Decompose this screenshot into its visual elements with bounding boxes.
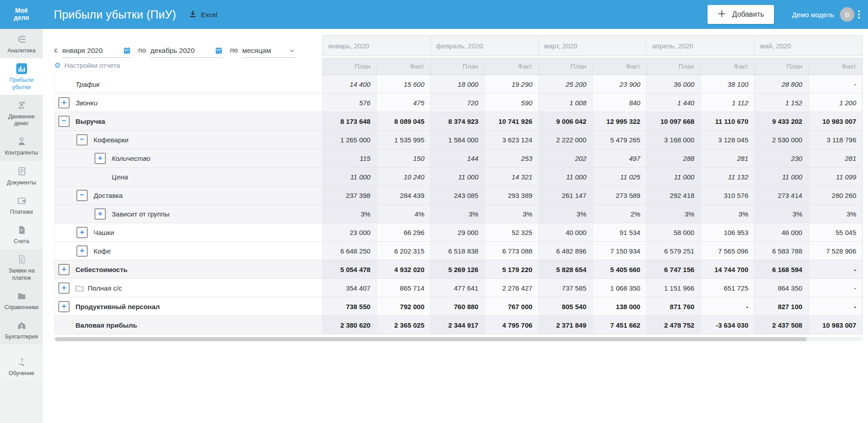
sidebar-item-profit-loss[interactable]: Прибыли убытки (0, 58, 43, 95)
horizontal-scrollbar[interactable] (54, 337, 863, 341)
sidebar-item-label: Обучение (9, 370, 34, 377)
value-cell: 52 325 (484, 223, 538, 241)
analytics-icon (16, 33, 27, 45)
app-logo[interactable]: Моё дело (0, 7, 43, 21)
export-excel-button[interactable]: Excel (189, 9, 217, 19)
sidebar-item-label: Платежи (10, 209, 33, 216)
plan-fact-header-row: ПланФактПланФактПланФактПланФактПланФакт (322, 58, 863, 75)
add-button-label: Добавить (732, 10, 764, 19)
account-menu[interactable]: Демо модель B (792, 7, 854, 22)
value-cell: 2 478 752 (646, 316, 700, 334)
main-content: с января 2020 по декабрь 2020 по месяцам… (43, 29, 868, 423)
value-cell: -3 634 030 (700, 316, 754, 334)
value-cell: 253 (484, 149, 538, 167)
value-cell: 2 222 000 (538, 131, 592, 149)
sidebar-item-analytics[interactable]: Аналитика (0, 29, 43, 58)
sidebar-item-label: Счета (14, 238, 29, 245)
value-cell: 14 744 700 (700, 260, 754, 278)
value-cell: 11 000 (646, 168, 700, 186)
value-cell: 475 (376, 94, 430, 112)
value-cell: 7 565 096 (700, 242, 754, 260)
value-cell: 3 168 000 (646, 131, 700, 149)
value-cell: 261 147 (538, 186, 592, 204)
row-label: Доставка (94, 192, 123, 199)
value-cell: 3% (754, 205, 808, 223)
sidebar-item-documents[interactable]: Документы (0, 161, 43, 190)
fact-header: Факт (376, 58, 430, 75)
expand-toggle[interactable]: + (94, 153, 106, 164)
value-cell: - (808, 75, 862, 93)
value-cell: 46 000 (754, 223, 808, 241)
collapse-toggle[interactable]: − (76, 134, 88, 146)
sidebar-item-invoices[interactable]: Счета (0, 220, 43, 249)
row-label: Себестоимость (75, 266, 127, 273)
value-cell: 38 100 (700, 75, 754, 93)
value-cell: 864 350 (754, 279, 808, 297)
collapse-toggle[interactable]: − (58, 116, 70, 127)
value-cell: 1 152 (754, 94, 808, 112)
value-cell: 767 000 (484, 297, 538, 315)
months-header-row: январь, 2020февраль, 2020март, 2020апрел… (322, 35, 863, 56)
sidebar-item-payment-requests[interactable]: $Заявки на платеж (0, 249, 43, 286)
expand-toggle[interactable]: + (76, 245, 88, 257)
table-body: Трафик14 40015 60018 00019 29025 20023 9… (54, 75, 863, 334)
value-cell: 7 451 662 (592, 316, 646, 334)
value-cell: 1 068 350 (592, 279, 646, 297)
download-icon (189, 9, 197, 19)
svg-text:₽: ₽ (20, 103, 23, 108)
svg-text:$: $ (20, 257, 23, 261)
value-cell: 3 128 045 (700, 131, 754, 149)
value-cell: 3 118 796 (808, 131, 862, 149)
row-label: Валовая прибыль (75, 321, 137, 329)
value-cell: 25 200 (538, 75, 592, 93)
sidebar-item-label: Аналитика (8, 47, 36, 54)
sidebar-item-accounting[interactable]: Бухгалтерия (0, 315, 43, 344)
sidebar-item-directories[interactable]: Справочники (0, 286, 43, 315)
sidebar-item-label: Контрагенты (5, 150, 38, 156)
scrollbar-thumb[interactable] (55, 337, 807, 341)
value-cell: 91 534 (592, 223, 646, 241)
value-cell: 2 437 508 (754, 316, 808, 334)
value-cell: 10 983 007 (808, 316, 862, 334)
value-cell: 230 (754, 149, 808, 167)
sidebar-item-cash-flow[interactable]: ₽Движение денег (0, 95, 43, 132)
value-cell: 2 344 917 (430, 316, 484, 334)
add-button[interactable]: Добавить (708, 5, 774, 24)
fact-header: Факт (700, 58, 754, 75)
expand-toggle[interactable]: + (76, 227, 88, 238)
sidebar-item-label: Справочники (5, 304, 39, 311)
value-cell: 288 (646, 149, 700, 167)
value-cell: 1 151 966 (646, 279, 700, 297)
value-cell: 281 (700, 149, 754, 167)
value-cell: - (808, 279, 862, 297)
table-row: +Количество11515014425320249728828123028… (54, 149, 862, 168)
value-cell: 237 398 (322, 186, 376, 204)
month-header: май, 2020 (754, 36, 862, 56)
table-row: +Чашки23 00066 29629 00052 32540 00091 5… (54, 223, 862, 242)
value-cell: 4 932 020 (376, 260, 430, 278)
value-cell: 840 (592, 94, 646, 112)
value-cell: 2 276 427 (484, 279, 538, 297)
sidebar-item-counterparties[interactable]: Контрагенты (0, 131, 43, 160)
table-row: +Полная с/с354 407865 714477 6412 276 42… (54, 279, 862, 297)
sidebar-item-payments[interactable]: Платежи (0, 190, 43, 220)
sidebar-item-label: Прибыли убытки (1, 77, 42, 91)
avatar[interactable]: B (840, 7, 854, 22)
collapse-toggle[interactable]: − (76, 190, 88, 201)
expand-toggle[interactable]: + (58, 97, 70, 108)
expand-toggle[interactable]: + (58, 264, 70, 275)
sidebar-item-education[interactable]: ?Обучение (0, 352, 43, 381)
value-cell: 6 482 896 (538, 242, 592, 260)
kebab-menu-icon[interactable] (858, 10, 860, 19)
value-cell: 11 099 (808, 168, 862, 186)
expand-toggle[interactable]: + (94, 208, 106, 220)
value-cell: 28 800 (754, 75, 808, 93)
expand-toggle[interactable]: + (58, 282, 70, 294)
value-cell: 720 (430, 94, 484, 112)
value-cell: - (808, 260, 862, 278)
value-cell: 4 795 706 (484, 316, 538, 334)
expand-toggle[interactable]: + (58, 301, 70, 312)
value-cell: 651 725 (700, 279, 754, 297)
row-label: Зависит от группы (112, 210, 170, 218)
month-header: апрель, 2020 (646, 36, 754, 56)
